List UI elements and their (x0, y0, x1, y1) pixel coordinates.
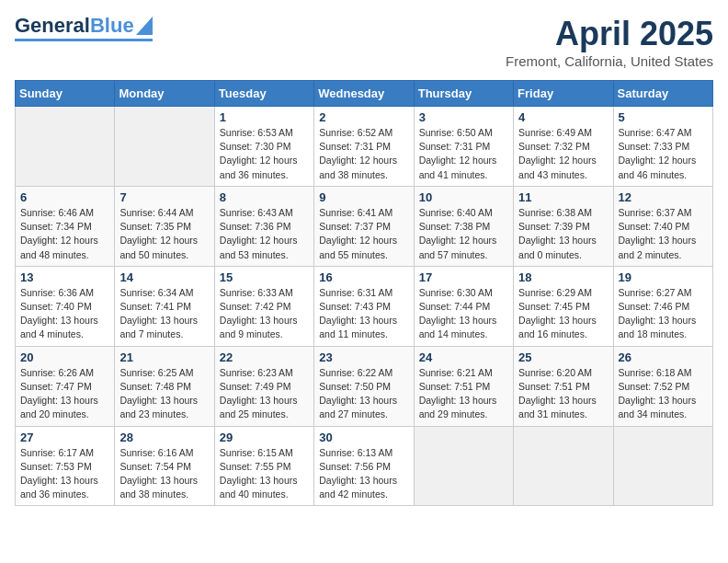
main-title: April 2025 (506, 15, 713, 53)
calendar-table: SundayMondayTuesdayWednesdayThursdayFrid… (15, 80, 713, 506)
day-info: Sunrise: 6:49 AMSunset: 7:32 PMDaylight:… (518, 126, 608, 182)
day-cell: 22Sunrise: 6:23 AMSunset: 7:49 PMDayligh… (214, 346, 313, 426)
header-cell-wednesday: Wednesday (314, 81, 414, 107)
week-row-4: 20Sunrise: 6:26 AMSunset: 7:47 PMDayligh… (16, 346, 713, 426)
day-number: 23 (319, 350, 408, 364)
day-cell: 23Sunrise: 6:22 AMSunset: 7:50 PMDayligh… (314, 346, 414, 426)
day-info: Sunrise: 6:38 AMSunset: 7:39 PMDaylight:… (518, 206, 608, 262)
day-number: 21 (119, 350, 209, 364)
day-cell: 7Sunrise: 6:44 AMSunset: 7:35 PMDaylight… (115, 186, 214, 266)
header-cell-monday: Monday (115, 81, 214, 107)
day-cell: 13Sunrise: 6:36 AMSunset: 7:40 PMDayligh… (16, 266, 115, 346)
day-cell: 17Sunrise: 6:30 AMSunset: 7:44 PMDayligh… (414, 266, 513, 346)
day-cell (613, 426, 712, 506)
day-cell: 18Sunrise: 6:29 AMSunset: 7:45 PMDayligh… (514, 266, 613, 346)
day-number: 15 (220, 270, 309, 284)
day-number: 29 (220, 431, 309, 444)
day-cell (115, 107, 214, 187)
day-info: Sunrise: 6:23 AMSunset: 7:49 PMDaylight:… (220, 366, 309, 422)
day-info: Sunrise: 6:20 AMSunset: 7:51 PMDaylight:… (518, 366, 608, 422)
day-cell: 26Sunrise: 6:18 AMSunset: 7:52 PMDayligh… (613, 346, 712, 426)
day-info: Sunrise: 6:40 AMSunset: 7:38 PMDaylight:… (419, 206, 508, 262)
day-number: 24 (419, 350, 508, 364)
header-cell-sunday: Sunday (16, 81, 115, 107)
logo: GeneralBlue (15, 15, 153, 41)
day-info: Sunrise: 6:16 AMSunset: 7:54 PMDaylight:… (119, 446, 209, 502)
week-row-3: 13Sunrise: 6:36 AMSunset: 7:40 PMDayligh… (16, 266, 713, 346)
day-cell: 5Sunrise: 6:47 AMSunset: 7:33 PMDaylight… (613, 107, 712, 187)
day-number: 16 (319, 270, 408, 284)
day-number: 30 (319, 431, 408, 444)
day-number: 10 (419, 190, 508, 204)
day-number: 2 (319, 110, 408, 124)
day-number: 25 (518, 350, 608, 364)
day-info: Sunrise: 6:50 AMSunset: 7:31 PMDaylight:… (419, 126, 508, 182)
day-cell: 2Sunrise: 6:52 AMSunset: 7:31 PMDaylight… (314, 107, 414, 187)
header-cell-thursday: Thursday (414, 81, 513, 107)
day-number: 1 (220, 110, 309, 124)
day-number: 28 (119, 431, 209, 444)
day-number: 14 (119, 270, 209, 284)
day-info: Sunrise: 6:21 AMSunset: 7:51 PMDaylight:… (419, 366, 508, 422)
header-row: SundayMondayTuesdayWednesdayThursdayFrid… (16, 81, 713, 107)
day-number: 19 (619, 270, 708, 284)
calendar-header: SundayMondayTuesdayWednesdayThursdayFrid… (16, 81, 713, 107)
day-cell: 9Sunrise: 6:41 AMSunset: 7:37 PMDaylight… (314, 186, 414, 266)
day-info: Sunrise: 6:44 AMSunset: 7:35 PMDaylight:… (119, 206, 209, 262)
logo-underline (15, 39, 153, 41)
day-number: 26 (619, 350, 708, 364)
day-info: Sunrise: 6:36 AMSunset: 7:40 PMDaylight:… (20, 286, 109, 342)
title-block: April 2025 Fremont, California, United S… (506, 15, 713, 69)
day-number: 18 (518, 270, 608, 284)
day-info: Sunrise: 6:27 AMSunset: 7:46 PMDaylight:… (619, 286, 708, 342)
day-info: Sunrise: 6:43 AMSunset: 7:36 PMDaylight:… (220, 206, 309, 262)
day-info: Sunrise: 6:25 AMSunset: 7:48 PMDaylight:… (119, 366, 209, 422)
day-cell: 8Sunrise: 6:43 AMSunset: 7:36 PMDaylight… (214, 186, 313, 266)
day-number: 17 (419, 270, 508, 284)
day-info: Sunrise: 6:15 AMSunset: 7:55 PMDaylight:… (220, 446, 309, 502)
day-number: 20 (20, 350, 109, 364)
day-number: 11 (518, 190, 608, 204)
day-number: 7 (119, 190, 209, 204)
day-info: Sunrise: 6:47 AMSunset: 7:33 PMDaylight:… (619, 126, 708, 182)
day-cell: 11Sunrise: 6:38 AMSunset: 7:39 PMDayligh… (514, 186, 613, 266)
week-row-2: 6Sunrise: 6:46 AMSunset: 7:34 PMDaylight… (16, 186, 713, 266)
day-cell (514, 426, 613, 506)
day-cell: 4Sunrise: 6:49 AMSunset: 7:32 PMDaylight… (514, 107, 613, 187)
day-info: Sunrise: 6:26 AMSunset: 7:47 PMDaylight:… (20, 366, 109, 422)
header-cell-tuesday: Tuesday (214, 81, 313, 107)
day-info: Sunrise: 6:34 AMSunset: 7:41 PMDaylight:… (119, 286, 209, 342)
header-cell-friday: Friday (514, 81, 613, 107)
day-cell: 21Sunrise: 6:25 AMSunset: 7:48 PMDayligh… (115, 346, 214, 426)
calendar-body: 1Sunrise: 6:53 AMSunset: 7:30 PMDaylight… (16, 107, 713, 506)
day-cell: 25Sunrise: 6:20 AMSunset: 7:51 PMDayligh… (514, 346, 613, 426)
day-cell: 6Sunrise: 6:46 AMSunset: 7:34 PMDaylight… (16, 186, 115, 266)
day-info: Sunrise: 6:37 AMSunset: 7:40 PMDaylight:… (619, 206, 708, 262)
subtitle: Fremont, California, United States (506, 53, 713, 69)
day-cell (414, 426, 513, 506)
day-info: Sunrise: 6:33 AMSunset: 7:42 PMDaylight:… (220, 286, 309, 342)
day-cell: 1Sunrise: 6:53 AMSunset: 7:30 PMDaylight… (214, 107, 313, 187)
day-info: Sunrise: 6:17 AMSunset: 7:53 PMDaylight:… (20, 446, 109, 502)
day-number: 8 (220, 190, 309, 204)
day-info: Sunrise: 6:52 AMSunset: 7:31 PMDaylight:… (319, 126, 408, 182)
day-cell: 28Sunrise: 6:16 AMSunset: 7:54 PMDayligh… (115, 426, 214, 506)
day-number: 3 (419, 110, 508, 124)
day-info: Sunrise: 6:41 AMSunset: 7:37 PMDaylight:… (319, 206, 408, 262)
day-cell: 12Sunrise: 6:37 AMSunset: 7:40 PMDayligh… (613, 186, 712, 266)
page-header: GeneralBlue April 2025 Fremont, Californ… (15, 15, 713, 69)
day-cell: 29Sunrise: 6:15 AMSunset: 7:55 PMDayligh… (214, 426, 313, 506)
day-number: 4 (518, 110, 608, 124)
day-number: 13 (20, 270, 109, 284)
week-row-1: 1Sunrise: 6:53 AMSunset: 7:30 PMDaylight… (16, 107, 713, 187)
day-info: Sunrise: 6:13 AMSunset: 7:56 PMDaylight:… (319, 446, 408, 502)
day-number: 22 (220, 350, 309, 364)
day-cell: 16Sunrise: 6:31 AMSunset: 7:43 PMDayligh… (314, 266, 414, 346)
day-cell: 30Sunrise: 6:13 AMSunset: 7:56 PMDayligh… (314, 426, 414, 506)
day-info: Sunrise: 6:31 AMSunset: 7:43 PMDaylight:… (319, 286, 408, 342)
day-number: 27 (20, 431, 109, 444)
logo-text: GeneralBlue (15, 15, 134, 37)
day-number: 6 (20, 190, 109, 204)
day-cell: 3Sunrise: 6:50 AMSunset: 7:31 PMDaylight… (414, 107, 513, 187)
day-info: Sunrise: 6:30 AMSunset: 7:44 PMDaylight:… (419, 286, 508, 342)
